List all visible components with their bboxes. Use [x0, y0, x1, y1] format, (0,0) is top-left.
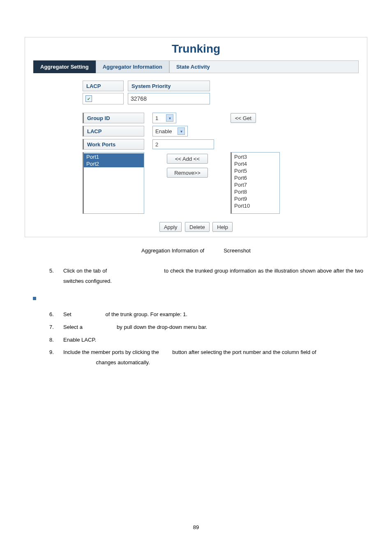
caption-right: Screenshot — [224, 247, 251, 254]
help-button[interactable]: Help — [212, 222, 233, 232]
work-ports-input[interactable] — [152, 139, 214, 149]
group-id-value: 1 — [155, 115, 164, 121]
screenshot-panel: Trunking Aggregator Setting Aggregator I… — [25, 37, 367, 237]
remove-button[interactable]: Remove>> — [167, 168, 208, 178]
page-title: Trunking — [33, 42, 359, 56]
lacp-select[interactable]: Enable ▾ — [152, 126, 188, 136]
delete-button[interactable]: Delete — [185, 222, 210, 232]
step-number: 5. — [49, 266, 63, 286]
list-item[interactable]: Port10 — [232, 202, 279, 209]
step-number: 8. — [49, 335, 63, 345]
list-item[interactable]: Port3 — [232, 153, 279, 160]
page-number: 89 — [21, 524, 371, 530]
figure-caption: Aggregation Information of Screenshot — [21, 247, 371, 254]
lacp-select-value: Enable — [155, 128, 175, 134]
list-item[interactable]: Port1 — [84, 153, 144, 160]
list-item[interactable]: Port8 — [232, 188, 279, 195]
tab-aggregator-information[interactable]: Aggregator Information — [96, 60, 169, 73]
add-button[interactable]: << Add << — [167, 154, 208, 164]
system-priority-header: System Priority — [128, 81, 210, 91]
chevron-down-icon: ▾ — [178, 127, 185, 135]
list-item[interactable]: Port2 — [84, 160, 144, 167]
lacp-checkbox[interactable]: ✔ — [85, 95, 92, 102]
list-item[interactable]: Port5 — [232, 167, 279, 174]
list-item[interactable]: Port4 — [232, 160, 279, 167]
group-id-label: Group ID — [83, 113, 144, 123]
list-item[interactable]: Port7 — [232, 181, 279, 188]
get-button[interactable]: << Get — [231, 113, 256, 123]
instruction-list-a: 5. Click on the tab of to check the trun… — [49, 266, 363, 286]
lacp-header: LACP — [83, 81, 124, 91]
step-text: Include the member ports by clicking the… — [63, 347, 363, 368]
step-number: 9. — [49, 347, 63, 368]
apply-button[interactable]: Apply — [159, 222, 182, 232]
step-text: Click on the tab of to check the trunked… — [63, 266, 363, 286]
tab-bar: Aggregator Setting Aggregator Informatio… — [33, 60, 359, 73]
system-priority-input[interactable] — [128, 93, 210, 104]
step-text: Select a by pull down the drop-down menu… — [63, 322, 363, 333]
work-ports-label: Work Ports — [83, 139, 144, 150]
step-text: Enable LACP. — [63, 335, 363, 345]
group-id-select[interactable]: 1 ▾ — [152, 113, 176, 123]
bullet-icon — [33, 297, 36, 300]
tab-aggregator-setting[interactable]: Aggregator Setting — [33, 60, 96, 73]
selected-ports-list[interactable]: Port1 Port2 — [83, 152, 144, 214]
list-item[interactable]: Port6 — [232, 174, 279, 181]
tab-state-activity[interactable]: State Activity — [169, 60, 359, 73]
available-ports-list[interactable]: Port3 Port4 Port5 Port6 Port7 Port8 Port… — [231, 152, 280, 214]
chevron-down-icon: ▾ — [166, 114, 173, 122]
step-number: 6. — [49, 310, 63, 320]
lacp-row-label: LACP — [83, 126, 144, 136]
caption-left: Aggregation Information of — [141, 247, 204, 254]
list-item[interactable]: Port9 — [232, 195, 279, 202]
instruction-list-b: 6. Set of the trunk group. For example: … — [49, 310, 363, 368]
step-text: Set of the trunk group. For example: 1. — [63, 310, 363, 320]
step-number: 7. — [49, 322, 63, 333]
lacp-checkbox-cell: ✔ — [83, 93, 124, 104]
